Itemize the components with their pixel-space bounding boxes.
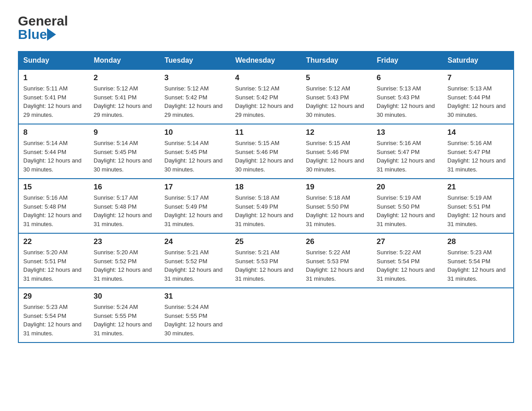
calendar-cell: 19 Sunrise: 5:18 AMSunset: 5:50 PMDaylig… bbox=[301, 179, 372, 233]
calendar-cell: 3 Sunrise: 5:12 AMSunset: 5:42 PMDayligh… bbox=[160, 69, 231, 124]
calendar-cell: 12 Sunrise: 5:15 AMSunset: 5:46 PMDaylig… bbox=[301, 124, 372, 179]
day-info: Sunrise: 5:19 AMSunset: 5:51 PMDaylight:… bbox=[447, 193, 509, 228]
day-info: Sunrise: 5:12 AMSunset: 5:42 PMDaylight:… bbox=[235, 84, 297, 119]
day-number: 21 bbox=[447, 183, 509, 192]
day-number: 24 bbox=[164, 237, 226, 246]
day-number: 26 bbox=[306, 237, 368, 246]
day-info: Sunrise: 5:17 AMSunset: 5:48 PMDaylight:… bbox=[94, 193, 155, 228]
calendar-cell: 7 Sunrise: 5:13 AMSunset: 5:44 PMDayligh… bbox=[443, 69, 514, 124]
calendar-cell: 10 Sunrise: 5:14 AMSunset: 5:45 PMDaylig… bbox=[160, 124, 231, 179]
calendar-cell: 18 Sunrise: 5:18 AMSunset: 5:49 PMDaylig… bbox=[231, 179, 301, 233]
day-info: Sunrise: 5:12 AMSunset: 5:41 PMDaylight:… bbox=[94, 84, 155, 119]
calendar-week-row: 1 Sunrise: 5:11 AMSunset: 5:41 PMDayligh… bbox=[18, 69, 514, 124]
day-info: Sunrise: 5:19 AMSunset: 5:50 PMDaylight:… bbox=[377, 193, 438, 228]
calendar-cell: 1 Sunrise: 5:11 AMSunset: 5:41 PMDayligh… bbox=[18, 69, 89, 124]
day-info: Sunrise: 5:16 AMSunset: 5:47 PMDaylight:… bbox=[377, 139, 438, 174]
day-number: 13 bbox=[377, 128, 438, 137]
calendar-cell bbox=[443, 288, 514, 342]
day-info: Sunrise: 5:21 AMSunset: 5:52 PMDaylight:… bbox=[164, 248, 226, 283]
day-number: 15 bbox=[23, 183, 85, 192]
calendar-cell: 6 Sunrise: 5:13 AMSunset: 5:43 PMDayligh… bbox=[372, 69, 443, 124]
day-info: Sunrise: 5:18 AMSunset: 5:50 PMDaylight:… bbox=[306, 193, 368, 228]
day-number: 30 bbox=[94, 292, 155, 301]
day-info: Sunrise: 5:14 AMSunset: 5:45 PMDaylight:… bbox=[164, 139, 226, 174]
day-info: Sunrise: 5:22 AMSunset: 5:54 PMDaylight:… bbox=[377, 248, 438, 283]
logo: GeneralBlue bbox=[18, 13, 68, 42]
calendar-cell: 20 Sunrise: 5:19 AMSunset: 5:50 PMDaylig… bbox=[372, 179, 443, 233]
logo-blue-word: Blue bbox=[18, 27, 47, 42]
day-info: Sunrise: 5:14 AMSunset: 5:45 PMDaylight:… bbox=[94, 139, 155, 174]
calendar-cell: 11 Sunrise: 5:15 AMSunset: 5:46 PMDaylig… bbox=[231, 124, 301, 179]
day-number: 2 bbox=[94, 73, 155, 82]
calendar-cell bbox=[301, 288, 372, 342]
day-info: Sunrise: 5:18 AMSunset: 5:49 PMDaylight:… bbox=[235, 193, 297, 228]
calendar-cell: 2 Sunrise: 5:12 AMSunset: 5:41 PMDayligh… bbox=[89, 69, 160, 124]
weekday-header-friday: Friday bbox=[372, 51, 443, 69]
day-number: 3 bbox=[164, 73, 226, 82]
day-number: 6 bbox=[377, 73, 438, 82]
calendar-cell: 22 Sunrise: 5:20 AMSunset: 5:51 PMDaylig… bbox=[18, 233, 89, 288]
calendar-cell: 13 Sunrise: 5:16 AMSunset: 5:47 PMDaylig… bbox=[372, 124, 443, 179]
calendar-cell: 26 Sunrise: 5:22 AMSunset: 5:53 PMDaylig… bbox=[301, 233, 372, 288]
weekday-header-saturday: Saturday bbox=[443, 51, 514, 69]
day-number: 5 bbox=[306, 73, 368, 82]
day-info: Sunrise: 5:20 AMSunset: 5:52 PMDaylight:… bbox=[94, 248, 155, 283]
day-info: Sunrise: 5:20 AMSunset: 5:51 PMDaylight:… bbox=[23, 248, 85, 283]
day-info: Sunrise: 5:12 AMSunset: 5:42 PMDaylight:… bbox=[164, 84, 226, 119]
day-info: Sunrise: 5:15 AMSunset: 5:46 PMDaylight:… bbox=[306, 139, 368, 174]
day-info: Sunrise: 5:16 AMSunset: 5:47 PMDaylight:… bbox=[447, 139, 509, 174]
calendar-cell: 4 Sunrise: 5:12 AMSunset: 5:42 PMDayligh… bbox=[231, 69, 301, 124]
day-info: Sunrise: 5:14 AMSunset: 5:44 PMDaylight:… bbox=[23, 139, 85, 174]
day-number: 27 bbox=[377, 237, 438, 246]
day-number: 1 bbox=[23, 73, 85, 82]
weekday-header-wednesday: Wednesday bbox=[231, 51, 301, 69]
day-info: Sunrise: 5:21 AMSunset: 5:53 PMDaylight:… bbox=[235, 248, 297, 283]
day-number: 9 bbox=[94, 128, 155, 137]
calendar-cell: 8 Sunrise: 5:14 AMSunset: 5:44 PMDayligh… bbox=[18, 124, 89, 179]
day-info: Sunrise: 5:11 AMSunset: 5:41 PMDaylight:… bbox=[23, 84, 85, 119]
calendar-cell bbox=[372, 288, 443, 342]
day-info: Sunrise: 5:24 AMSunset: 5:55 PMDaylight:… bbox=[94, 303, 155, 338]
calendar-cell bbox=[231, 288, 301, 342]
calendar-cell: 30 Sunrise: 5:24 AMSunset: 5:55 PMDaylig… bbox=[89, 288, 160, 342]
calendar-header: SundayMondayTuesdayWednesdayThursdayFrid… bbox=[18, 51, 514, 69]
day-number: 18 bbox=[235, 183, 297, 192]
calendar-week-row: 8 Sunrise: 5:14 AMSunset: 5:44 PMDayligh… bbox=[18, 124, 514, 179]
logo-triangle-icon bbox=[47, 28, 56, 41]
day-number: 14 bbox=[447, 128, 509, 137]
calendar-cell: 29 Sunrise: 5:23 AMSunset: 5:54 PMDaylig… bbox=[18, 288, 89, 342]
day-number: 31 bbox=[164, 292, 226, 301]
day-number: 8 bbox=[23, 128, 85, 137]
calendar-table: SundayMondayTuesdayWednesdayThursdayFrid… bbox=[18, 51, 514, 343]
page-header: GeneralBlue bbox=[18, 13, 514, 42]
day-number: 28 bbox=[447, 237, 509, 246]
day-number: 25 bbox=[235, 237, 297, 246]
day-info: Sunrise: 5:13 AMSunset: 5:44 PMDaylight:… bbox=[447, 84, 509, 119]
calendar-cell: 9 Sunrise: 5:14 AMSunset: 5:45 PMDayligh… bbox=[89, 124, 160, 179]
day-number: 10 bbox=[164, 128, 226, 137]
calendar-cell: 24 Sunrise: 5:21 AMSunset: 5:52 PMDaylig… bbox=[160, 233, 231, 288]
calendar-cell: 27 Sunrise: 5:22 AMSunset: 5:54 PMDaylig… bbox=[372, 233, 443, 288]
day-number: 29 bbox=[23, 292, 85, 301]
day-info: Sunrise: 5:23 AMSunset: 5:54 PMDaylight:… bbox=[447, 248, 509, 283]
day-number: 7 bbox=[447, 73, 509, 82]
weekday-header-sunday: Sunday bbox=[18, 51, 89, 69]
calendar-cell: 16 Sunrise: 5:17 AMSunset: 5:48 PMDaylig… bbox=[89, 179, 160, 233]
calendar-week-row: 29 Sunrise: 5:23 AMSunset: 5:54 PMDaylig… bbox=[18, 288, 514, 342]
day-number: 11 bbox=[235, 128, 297, 137]
day-number: 20 bbox=[377, 183, 438, 192]
calendar-cell: 17 Sunrise: 5:17 AMSunset: 5:49 PMDaylig… bbox=[160, 179, 231, 233]
day-info: Sunrise: 5:24 AMSunset: 5:55 PMDaylight:… bbox=[164, 303, 226, 338]
weekday-header-monday: Monday bbox=[89, 51, 160, 69]
weekday-header-thursday: Thursday bbox=[301, 51, 372, 69]
calendar-week-row: 22 Sunrise: 5:20 AMSunset: 5:51 PMDaylig… bbox=[18, 233, 514, 288]
day-info: Sunrise: 5:16 AMSunset: 5:48 PMDaylight:… bbox=[23, 193, 85, 228]
weekday-header-tuesday: Tuesday bbox=[160, 51, 231, 69]
day-info: Sunrise: 5:15 AMSunset: 5:46 PMDaylight:… bbox=[235, 139, 297, 174]
calendar-cell: 28 Sunrise: 5:23 AMSunset: 5:54 PMDaylig… bbox=[443, 233, 514, 288]
calendar-cell: 5 Sunrise: 5:12 AMSunset: 5:43 PMDayligh… bbox=[301, 69, 372, 124]
calendar-cell: 31 Sunrise: 5:24 AMSunset: 5:55 PMDaylig… bbox=[160, 288, 231, 342]
day-number: 16 bbox=[94, 183, 155, 192]
logo-general-word: General bbox=[18, 13, 68, 29]
calendar-cell: 21 Sunrise: 5:19 AMSunset: 5:51 PMDaylig… bbox=[443, 179, 514, 233]
